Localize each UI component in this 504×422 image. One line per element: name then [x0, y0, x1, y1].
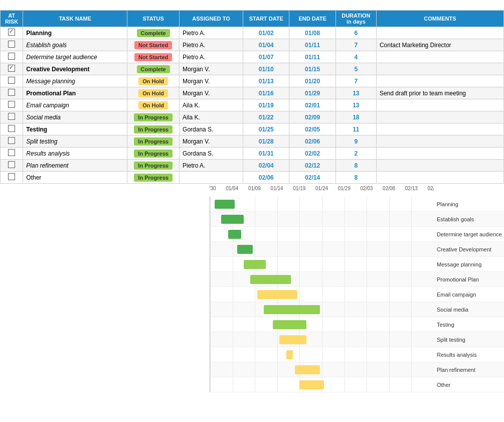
grid-line	[345, 242, 345, 256]
gantt-row-label: Creative Development	[434, 242, 504, 257]
grid-line	[233, 257, 233, 271]
comment-cell	[376, 27, 503, 39]
checkbox-unchecked[interactable]	[8, 125, 15, 132]
checkbox-unchecked[interactable]	[8, 137, 15, 144]
gantt-row	[210, 212, 434, 227]
status-cell: Complete	[127, 63, 180, 75]
grid-line	[233, 302, 233, 317]
comment-cell	[376, 99, 503, 111]
table-row: OtherIn Progress02/0602/148	[1, 172, 504, 184]
task-name-cell: Establish goals	[23, 39, 127, 51]
gantt-bar	[244, 260, 266, 269]
table-row: Split testingIn ProgressMorgan V.01/2802…	[1, 135, 504, 148]
grid-line	[299, 287, 300, 302]
gantt-row	[210, 272, 434, 287]
grid-line	[233, 317, 233, 332]
start-date-cell: 01/16	[243, 87, 289, 99]
header-status: STATUS	[127, 11, 180, 27]
table-row: Email campaignOn HoldAila K.01/1902/0113	[1, 99, 504, 111]
assigned-cell: Pietro A.	[180, 39, 243, 51]
grid-line	[210, 197, 211, 211]
checkbox-unchecked[interactable]	[8, 161, 15, 168]
assigned-cell: Pietro A.	[180, 27, 243, 39]
status-cell: On Hold	[127, 87, 180, 99]
grid-line	[322, 347, 322, 362]
gantt-row	[210, 332, 434, 347]
start-date-cell: 01/10	[243, 63, 289, 75]
gantt-bar	[237, 245, 253, 254]
end-date-cell: 02/12	[289, 160, 335, 172]
checkbox-checked[interactable]	[8, 29, 15, 36]
grid-line	[210, 377, 211, 392]
checkbox-unchecked[interactable]	[8, 101, 15, 108]
gantt-bar	[286, 350, 293, 359]
gantt-row	[210, 302, 434, 317]
grid-line	[367, 287, 367, 302]
grid-line	[411, 362, 412, 377]
grid-line	[233, 377, 233, 392]
checkbox-unchecked[interactable]	[8, 149, 15, 156]
gantt-bar	[250, 275, 290, 284]
gantt-row-label: Email campaign	[434, 287, 504, 302]
checkbox-unchecked[interactable]	[8, 77, 15, 84]
grid-line	[367, 257, 367, 271]
status-cell: In Progress	[127, 111, 180, 123]
task-name-cell: Promotional Plan	[23, 87, 127, 99]
grid-line	[345, 377, 345, 392]
status-badge: In Progress	[134, 174, 173, 182]
status-badge: In Progress	[134, 150, 173, 158]
checkbox-unchecked[interactable]	[8, 53, 15, 60]
grid-line	[210, 212, 211, 226]
gantt-row-label: Promotional Plan	[434, 272, 504, 287]
status-cell: On Hold	[127, 75, 180, 87]
duration-cell: 13	[335, 87, 376, 99]
checkbox-unchecked[interactable]	[8, 113, 15, 120]
at-risk-cell	[1, 63, 23, 75]
grid-line	[255, 377, 255, 392]
status-cell: Complete	[127, 27, 180, 39]
grid-line	[389, 347, 390, 362]
grid-line	[299, 347, 300, 362]
status-cell: In Progress	[127, 135, 180, 148]
grid-line	[277, 212, 278, 226]
status-badge: On Hold	[138, 101, 168, 109]
grid-line	[367, 347, 367, 362]
table-row: TestingIn ProgressGordana S.01/2502/0511	[1, 123, 504, 135]
grid-line	[411, 227, 412, 241]
header-assigned: ASSIGNED TO	[180, 11, 243, 27]
grid-line	[345, 212, 345, 226]
start-date-cell: 01/02	[243, 27, 289, 39]
at-risk-cell	[1, 87, 23, 99]
task-name-cell: Determine target audience	[23, 51, 127, 63]
grid-line	[233, 242, 233, 256]
task-name-cell: Results analysis	[23, 148, 127, 160]
grid-line	[411, 317, 412, 332]
comment-cell	[376, 135, 503, 148]
table-row: PlanningCompletePietro A.01/0201/086	[1, 27, 504, 39]
comment-cell	[376, 75, 503, 87]
at-risk-cell	[1, 27, 23, 39]
gantt-row-label: Establish goals	[434, 212, 504, 227]
checkbox-unchecked[interactable]	[8, 173, 15, 180]
grid-line	[345, 197, 345, 211]
grid-line	[411, 377, 412, 392]
grid-line	[367, 242, 367, 256]
end-date-cell: 01/11	[289, 39, 335, 51]
checkbox-unchecked[interactable]	[8, 89, 15, 96]
grid-line	[322, 227, 322, 241]
status-badge: Not Started	[134, 41, 172, 49]
grid-line	[389, 317, 390, 332]
grid-line	[255, 302, 255, 317]
comment-cell	[376, 160, 503, 172]
start-date-cell: 01/28	[243, 135, 289, 148]
grid-line	[389, 362, 390, 377]
comment-cell	[376, 111, 503, 123]
table-row: Social mediaIn ProgressAila K.01/2202/09…	[1, 111, 504, 123]
grid-line	[411, 332, 412, 347]
assigned-cell: Aila K.	[180, 99, 243, 111]
grid-line	[367, 227, 367, 241]
checkbox-unchecked[interactable]	[8, 41, 15, 48]
checkbox-checked[interactable]	[8, 65, 15, 72]
grid-line	[299, 242, 300, 256]
grid-line	[367, 332, 367, 347]
